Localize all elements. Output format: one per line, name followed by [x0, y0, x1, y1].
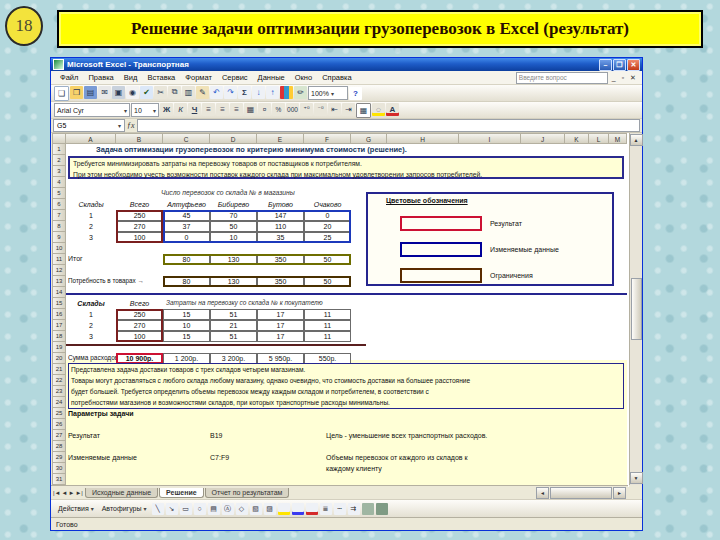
cell[interactable]: 80	[163, 276, 210, 287]
cell[interactable]: 11	[304, 320, 351, 331]
oval-icon[interactable]: ○	[194, 503, 206, 515]
cell[interactable]: 100	[116, 331, 163, 342]
menu-item[interactable]: Файл	[55, 72, 83, 83]
cell[interactable]: 51	[210, 309, 257, 320]
cell[interactable]: 11	[304, 331, 351, 342]
horizontal-scrollbar[interactable]: ◄ ►	[536, 487, 628, 499]
inc-indent-icon[interactable]: ⇥	[342, 103, 355, 116]
column-header[interactable]: D	[210, 133, 257, 144]
row-header[interactable]: 18	[52, 331, 66, 342]
row-header[interactable]: 30	[52, 463, 66, 474]
cells-area[interactable]: Задача оптимизации грузоперевозок по кри…	[66, 144, 629, 487]
menu-item[interactable]: Вид	[119, 72, 143, 83]
title-bar[interactable]: Microsoft Excel - Транспортная – ❐ ✕	[51, 58, 642, 71]
scroll-up-icon[interactable]: ▲	[630, 134, 643, 146]
cell[interactable]: 70	[210, 210, 257, 221]
inc-decimal-icon[interactable]: ⁺⁰	[300, 103, 313, 116]
row-header[interactable]: 25	[52, 408, 66, 419]
sort-asc-icon[interactable]: ↓	[252, 86, 265, 99]
cell[interactable]: 147	[257, 210, 304, 221]
format-painter-icon[interactable]: ✎	[196, 86, 209, 99]
align-right-icon[interactable]: ≡	[230, 103, 243, 116]
row-header[interactable]: 23	[52, 386, 66, 397]
row-header[interactable]: 15	[52, 298, 66, 309]
column-header[interactable]: B	[116, 133, 163, 144]
cell[interactable]: 17	[257, 320, 304, 331]
save-icon[interactable]: ▤	[84, 86, 97, 99]
vertical-scroll-thumb[interactable]	[631, 278, 642, 340]
chart-wizard-icon[interactable]	[280, 86, 293, 99]
row-header[interactable]: 5	[52, 188, 66, 199]
cell[interactable]: 15	[163, 331, 210, 342]
cell[interactable]: 350	[257, 276, 304, 287]
maximize-button[interactable]: ❐	[613, 59, 626, 71]
cell[interactable]: 130	[210, 276, 257, 287]
cell[interactable]: 17	[257, 331, 304, 342]
row-header[interactable]: 10	[52, 243, 66, 254]
mail-icon[interactable]: ✉	[98, 86, 111, 99]
column-header[interactable]: A	[66, 133, 116, 144]
select-all-corner[interactable]	[52, 133, 66, 144]
cell[interactable]: 2	[66, 221, 116, 232]
row-header[interactable]: 3	[52, 166, 66, 177]
column-header[interactable]: C	[163, 133, 210, 144]
cell[interactable]: 51	[210, 331, 257, 342]
row-header[interactable]: 8	[52, 221, 66, 232]
sort-desc-icon[interactable]: ↑	[266, 86, 279, 99]
tab-nav-icon[interactable]: ►	[68, 490, 74, 496]
column-header[interactable]: I	[459, 133, 521, 144]
cell[interactable]: 17	[257, 309, 304, 320]
picture-icon[interactable]: ▨	[264, 503, 276, 515]
wordart-icon[interactable]: Ⓐ	[222, 503, 234, 515]
row-header[interactable]: 6	[52, 199, 66, 210]
zoom-select[interactable]: 100% ▾	[308, 86, 348, 100]
copy-icon[interactable]: ⧉	[168, 86, 181, 99]
menu-item[interactable]: Данные	[253, 72, 290, 83]
cell[interactable]: 50	[304, 254, 351, 265]
percent-icon[interactable]: %	[272, 103, 285, 116]
underline-icon[interactable]: Ч	[188, 103, 201, 116]
line-icon[interactable]: ╲	[152, 503, 164, 515]
cell[interactable]: 10	[210, 232, 257, 243]
paste-icon[interactable]: ▥	[182, 86, 195, 99]
thousands-icon[interactable]: 000	[286, 103, 299, 116]
italic-icon[interactable]: К	[174, 103, 187, 116]
column-header[interactable]: L	[589, 133, 609, 144]
row-header[interactable]: 26	[52, 419, 66, 430]
horizontal-scroll-thumb[interactable]	[550, 487, 612, 499]
cell[interactable]: 15	[163, 309, 210, 320]
row-header[interactable]: 7	[52, 210, 66, 221]
tab-nav-icon[interactable]: ◄	[62, 490, 68, 496]
column-header[interactable]: M	[609, 133, 627, 144]
draw-font-color-icon[interactable]	[306, 503, 318, 515]
row-header[interactable]: 24	[52, 397, 66, 408]
fill-color-icon[interactable]: ◌	[372, 103, 385, 116]
row-header[interactable]: 13	[52, 276, 66, 287]
cell[interactable]: 80	[163, 254, 210, 265]
menu-item[interactable]: Вставка	[142, 72, 180, 83]
cell[interactable]: 110	[257, 221, 304, 232]
diagram-icon[interactable]: ◇	[236, 503, 248, 515]
cell[interactable]: 3	[66, 331, 116, 342]
row-header[interactable]: 12	[52, 265, 66, 276]
shadow-icon[interactable]	[362, 503, 374, 515]
draw-actions-button[interactable]: Действия ▾	[55, 504, 97, 513]
row-header[interactable]: 19	[52, 342, 66, 353]
autosum-icon[interactable]: Σ	[238, 86, 251, 99]
column-header[interactable]: H	[387, 133, 459, 144]
row-header[interactable]: 14	[52, 287, 66, 298]
row-header[interactable]: 4	[52, 177, 66, 188]
formula-input[interactable]	[137, 119, 640, 132]
cell[interactable]: 20	[304, 221, 351, 232]
draw-fill-icon[interactable]	[278, 503, 290, 515]
row-header[interactable]: 28	[52, 441, 66, 452]
name-box[interactable]: G5 ▾	[53, 119, 125, 132]
column-header[interactable]: F	[304, 133, 351, 144]
cell[interactable]: 10	[163, 320, 210, 331]
align-left-icon[interactable]: ≡	[202, 103, 215, 116]
font-color-icon[interactable]: А	[386, 103, 399, 116]
font-name-select[interactable]: Arial Cyr ▾	[54, 103, 130, 117]
align-center-icon[interactable]: ≡	[216, 103, 229, 116]
help-icon[interactable]: ?	[349, 87, 362, 100]
vertical-scrollbar[interactable]: ▲ ▼	[629, 133, 642, 485]
